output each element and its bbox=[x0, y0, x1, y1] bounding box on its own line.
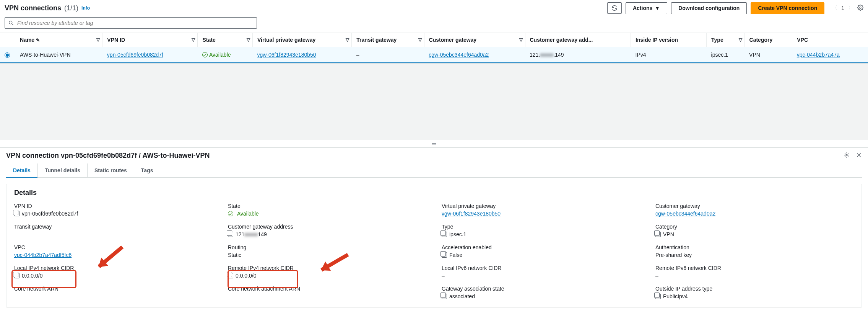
available-icon bbox=[228, 211, 233, 216]
copy-icon[interactable] bbox=[14, 273, 20, 278]
copy-icon[interactable] bbox=[14, 211, 20, 216]
panel-settings-icon[interactable] bbox=[844, 152, 850, 159]
search-bar-container bbox=[0, 16, 868, 33]
label-gw-assoc: Gateway association state bbox=[442, 286, 640, 292]
value-core-arn: – bbox=[14, 293, 213, 299]
value-vpc-link[interactable]: vpc-044b2b7a47adf5fc6 bbox=[14, 252, 72, 258]
label-vpc: VPC bbox=[14, 244, 213, 250]
page-prev[interactable]: 〈 bbox=[832, 5, 837, 11]
svg-point-1 bbox=[9, 21, 12, 24]
value-state: Available bbox=[237, 211, 259, 217]
label-state: State bbox=[228, 203, 426, 209]
cell-vpc-link[interactable]: vpc-044b2b7a47a bbox=[797, 52, 840, 58]
search-icon bbox=[8, 20, 14, 26]
create-vpn-button[interactable]: Create VPN connection bbox=[751, 2, 824, 14]
cell-category: VPN bbox=[744, 47, 792, 63]
value-vgw-link[interactable]: vgw-06f1f82943e180b50 bbox=[442, 211, 501, 217]
col-vpc[interactable]: VPC bbox=[792, 33, 868, 47]
settings-gear-icon[interactable] bbox=[857, 5, 863, 12]
cell-state: Available bbox=[198, 47, 252, 63]
label-vpn-id: VPN ID bbox=[14, 203, 213, 209]
value-cgw-link[interactable]: cgw-05ebc344ef64ad0a2 bbox=[655, 211, 715, 217]
label-auth: Authentication bbox=[655, 244, 854, 250]
copy-icon[interactable] bbox=[442, 232, 447, 237]
col-cgwaddr[interactable]: Customer gateway add... bbox=[525, 33, 631, 47]
copy-icon[interactable] bbox=[228, 232, 233, 237]
label-out-ip: Outside IP address type bbox=[655, 286, 854, 292]
edit-icon[interactable]: ✎ bbox=[36, 38, 40, 43]
details-card-heading: Details bbox=[7, 184, 861, 198]
page-title: VPN connections bbox=[5, 4, 61, 12]
copy-icon[interactable] bbox=[442, 294, 447, 299]
col-type[interactable]: Type▽ bbox=[707, 33, 745, 47]
cell-type: ipsec.1 bbox=[707, 47, 745, 63]
table-header: Name✎▽ VPN ID▽ State▽ Virtual private ga… bbox=[0, 33, 868, 47]
value-category: VPN bbox=[663, 231, 674, 237]
pagination: 〈 1 〉 bbox=[832, 5, 853, 11]
available-icon bbox=[202, 52, 208, 57]
value-remote-v6: – bbox=[655, 273, 854, 279]
tab-static-routes[interactable]: Static routes bbox=[88, 163, 134, 177]
page-header: VPN connections (1/1) Info Actions ▼ Dow… bbox=[0, 0, 868, 16]
cell-vpnid-link[interactable]: vpn-05cfd69fe0b082d7f bbox=[107, 52, 163, 58]
value-out-ip: PublicIpv4 bbox=[663, 293, 688, 299]
label-local-v6: Local IPv6 network CIDR bbox=[442, 265, 640, 271]
label-routing: Routing bbox=[228, 244, 426, 250]
col-ipver[interactable]: Inside IP version bbox=[631, 33, 707, 47]
col-cgw[interactable]: Customer gateway▽ bbox=[424, 33, 525, 47]
radio-selected[interactable] bbox=[5, 52, 10, 58]
info-link[interactable]: Info bbox=[81, 5, 90, 11]
cell-cgw-link[interactable]: cgw-05ebc344ef64ad0a2 bbox=[429, 52, 489, 58]
label-vgw: Virtual private gateway bbox=[442, 203, 640, 209]
svg-point-0 bbox=[860, 7, 861, 8]
copy-icon[interactable] bbox=[655, 294, 661, 299]
copy-icon[interactable] bbox=[655, 232, 661, 237]
refresh-button[interactable] bbox=[607, 2, 622, 14]
value-accel: False bbox=[449, 252, 462, 258]
col-category[interactable]: Category bbox=[744, 33, 792, 47]
cell-cgwaddr: 121.xxxxx.149 bbox=[525, 47, 631, 63]
label-cgw: Customer gateway bbox=[655, 203, 854, 209]
value-local-v4-cidr: 0.0.0.0/0 bbox=[22, 273, 43, 279]
value-vpn-id: vpn-05cfd69fe0b082d7f bbox=[22, 211, 78, 217]
actions-label: Actions bbox=[633, 5, 652, 11]
sort-icon[interactable]: ▽ bbox=[96, 37, 100, 42]
download-config-button[interactable]: Download configuration bbox=[671, 2, 747, 14]
copy-icon[interactable] bbox=[442, 252, 447, 258]
label-accel: Acceleration enabled bbox=[442, 244, 640, 250]
detail-panel: VPN connection vpn-05cfd69fe0b082d7f / A… bbox=[0, 147, 868, 307]
refresh-icon bbox=[611, 5, 618, 11]
col-vpnid[interactable]: VPN ID▽ bbox=[102, 33, 198, 47]
value-gw-assoc: associated bbox=[449, 293, 475, 299]
value-local-v6: – bbox=[442, 273, 640, 279]
tab-tunnel-details[interactable]: Tunnel details bbox=[38, 163, 88, 177]
cell-name: AWS-to-Huawei-VPN bbox=[15, 47, 102, 63]
label-category: Category bbox=[655, 224, 854, 230]
cell-vgw-link[interactable]: vgw-06f1f82943e180b50 bbox=[257, 52, 316, 58]
search-input[interactable] bbox=[17, 20, 254, 26]
table-row[interactable]: AWS-to-Huawei-VPN vpn-05cfd69fe0b082d7f … bbox=[0, 47, 868, 63]
page-count: (1/1) bbox=[64, 4, 78, 12]
details-col-1: VPN ID vpn-05cfd69fe0b082d7f Transit gat… bbox=[14, 203, 213, 299]
page-next[interactable]: 〉 bbox=[848, 5, 853, 11]
tab-tags[interactable]: Tags bbox=[134, 163, 161, 177]
page-number: 1 bbox=[841, 5, 844, 11]
col-state[interactable]: State▽ bbox=[198, 33, 252, 47]
search-bar[interactable] bbox=[5, 17, 257, 29]
col-tgw[interactable]: Transit gateway▽ bbox=[352, 33, 424, 47]
detail-title: VPN connection vpn-05cfd69fe0b082d7f / A… bbox=[6, 152, 210, 160]
label-local-v4-cidr: Local IPv4 network CIDR bbox=[14, 265, 213, 271]
col-name[interactable]: Name✎▽ bbox=[15, 33, 102, 47]
details-col-3: Virtual private gateway vgw-06f1f82943e1… bbox=[442, 203, 640, 299]
split-drag-handle[interactable]: ═ bbox=[0, 140, 868, 147]
close-icon[interactable] bbox=[856, 152, 862, 159]
tab-details[interactable]: Details bbox=[6, 163, 38, 177]
actions-button[interactable]: Actions ▼ bbox=[626, 2, 667, 14]
svg-point-2 bbox=[846, 154, 847, 156]
copy-icon[interactable] bbox=[228, 273, 233, 278]
vpn-table: Name✎▽ VPN ID▽ State▽ Virtual private ga… bbox=[0, 33, 868, 63]
details-col-2: State Available Customer gateway address… bbox=[228, 203, 426, 299]
value-routing: Static bbox=[228, 252, 426, 258]
col-vgw[interactable]: Virtual private gateway▽ bbox=[252, 33, 351, 47]
label-core-arn: Core network ARN bbox=[14, 286, 213, 292]
